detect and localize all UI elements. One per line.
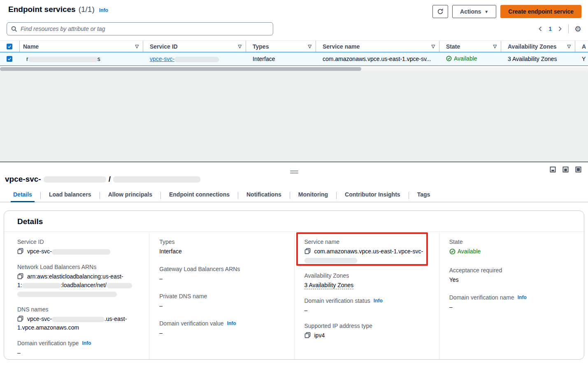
- state-value: Available: [449, 247, 574, 257]
- details-container: Details Service ID vpce-svc- Network Loa…: [4, 211, 584, 360]
- panel-maximize-icon[interactable]: [575, 166, 581, 173]
- endpoint-services-card: Endpoint services (1/1) Info Actions ▼ C…: [0, 0, 588, 69]
- table-header-row: Name ▽ Service ID ▽ Types ▽ Service name…: [0, 40, 588, 52]
- tab-endpoint-connections[interactable]: Endpoint connections: [161, 189, 238, 202]
- cell-state: Available: [439, 55, 501, 63]
- field-label: Domain verification statusInfo: [304, 297, 429, 304]
- caret-down-icon: ▼: [484, 9, 488, 14]
- domain-verification-type-value: –: [17, 349, 139, 357]
- pagination-next-button[interactable]: [558, 26, 562, 32]
- field-label: Service ID: [17, 239, 139, 245]
- column-header-service-name[interactable]: Service name ▽: [316, 41, 439, 52]
- column-header-acceptance[interactable]: A: [575, 41, 588, 52]
- service-id-value: vpce-svc-: [17, 247, 139, 256]
- field-label: Availability Zones: [304, 272, 429, 279]
- create-endpoint-service-button[interactable]: Create endpoint service: [500, 5, 581, 18]
- panel-resize-handle[interactable]: [288, 169, 300, 175]
- info-link[interactable]: Info: [99, 7, 108, 13]
- copy-icon[interactable]: [304, 332, 311, 338]
- field-label: Types: [159, 239, 284, 245]
- availability-zones-popover-trigger[interactable]: 3 Availability Zones: [508, 56, 557, 62]
- copy-icon[interactable]: [17, 316, 23, 322]
- settings-gear-button[interactable]: ⚙: [574, 25, 581, 33]
- field-label: Network Load Balancers ARNs: [17, 264, 139, 270]
- endpoint-services-table: Name ▽ Service ID ▽ Types ▽ Service name…: [0, 40, 588, 71]
- field-label: Domain verification nameInfo: [449, 294, 574, 301]
- panel-position-side-icon[interactable]: [562, 166, 569, 173]
- horizontal-scrollbar[interactable]: [0, 67, 588, 71]
- dns-names-value: vpce-svc-.us-east- 1.vpce.amazonaws.com: [17, 315, 139, 332]
- copy-icon[interactable]: [17, 248, 23, 254]
- field-label: Domain verification valueInfo: [159, 320, 284, 327]
- table-row[interactable]: rs vpce-svc- Interface com.amazonaws.vpc…: [0, 52, 588, 66]
- info-link[interactable]: Info: [374, 298, 383, 304]
- details-heading: Details: [4, 211, 584, 232]
- field-label: Gateway Load Balancers ARNs: [159, 266, 284, 272]
- refresh-button[interactable]: [432, 5, 448, 18]
- tab-allow-principals[interactable]: Allow principals: [100, 189, 160, 202]
- sort-icon[interactable]: ▽: [308, 44, 311, 49]
- column-header-state[interactable]: State ▽: [439, 41, 501, 52]
- card-header: Endpoint services (1/1) Info Actions ▼ C…: [0, 0, 588, 18]
- copy-icon[interactable]: [17, 273, 23, 279]
- service-name-value: com.amazonaws.vpce.us-east-1.vpce-svc-: [304, 247, 429, 264]
- page-background: [0, 69, 588, 161]
- status-available-icon: [446, 56, 452, 61]
- redacted-text: [44, 176, 106, 182]
- info-link[interactable]: Info: [82, 340, 91, 346]
- info-link[interactable]: Info: [227, 321, 236, 326]
- cell-service-name: com.amazonaws.vpce.us-east-1.vpce-sv...: [316, 56, 439, 62]
- scrollbar-thumb[interactable]: [0, 67, 361, 71]
- actions-button[interactable]: Actions ▼: [452, 5, 496, 18]
- sort-icon[interactable]: ▽: [493, 44, 497, 49]
- page-title: Endpoint services: [8, 5, 76, 14]
- search-field: [7, 22, 273, 35]
- glb-arns-value: –: [159, 274, 284, 283]
- redacted-text: [174, 57, 219, 62]
- acceptance-required-value: Yes: [449, 276, 574, 284]
- actions-label: Actions: [460, 8, 481, 15]
- tab-notifications[interactable]: Notifications: [238, 189, 290, 202]
- tab-load-balancers[interactable]: Load balancers: [41, 189, 100, 202]
- column-header-name[interactable]: Name ▽: [20, 41, 143, 52]
- panel-position-bottom-icon[interactable]: [550, 166, 556, 173]
- pagination: 1 ⚙: [538, 24, 581, 33]
- pagination-current-page[interactable]: 1: [548, 26, 552, 32]
- sort-icon[interactable]: ▽: [567, 44, 571, 49]
- sort-icon[interactable]: ▽: [238, 44, 242, 49]
- cell-name: rs: [20, 56, 143, 62]
- cell-types: Interface: [246, 56, 316, 62]
- tab-tags[interactable]: Tags: [409, 189, 439, 202]
- details-column-1: Service ID vpce-svc- Network Load Balanc…: [4, 232, 149, 360]
- availability-zones-popover-trigger[interactable]: 3 Availability Zones: [304, 282, 354, 289]
- search-input[interactable]: [21, 26, 269, 32]
- redacted-text: [28, 57, 98, 62]
- copy-icon[interactable]: [304, 248, 311, 254]
- service-id-link[interactable]: vpce-svc-: [150, 56, 219, 62]
- types-value: Interface: [159, 247, 284, 256]
- tab-monitoring[interactable]: Monitoring: [290, 189, 336, 202]
- details-column-2: Types Interface Gateway Load Balancers A…: [149, 232, 294, 360]
- redacted-text: [52, 249, 110, 255]
- tab-details[interactable]: Details: [5, 189, 40, 202]
- private-dns-name-value: –: [159, 302, 284, 310]
- info-link[interactable]: Info: [518, 295, 527, 300]
- tab-contributor-insights[interactable]: Contributor Insights: [337, 189, 409, 202]
- nlb-arn-value: arn:aws:elasticloadbalancing:us-east- 1:…: [17, 272, 139, 298]
- divider: [568, 24, 569, 33]
- redacted-text: [52, 317, 105, 322]
- select-all-checkbox[interactable]: [7, 44, 12, 49]
- column-header-types[interactable]: Types ▽: [246, 41, 316, 52]
- sort-icon[interactable]: ▽: [135, 44, 139, 49]
- redacted-text: [17, 292, 117, 297]
- pagination-prev-button[interactable]: [538, 26, 543, 32]
- domain-verification-name-value: –: [449, 303, 574, 311]
- redacted-text: [107, 283, 132, 288]
- sort-icon[interactable]: ▽: [432, 44, 435, 49]
- column-header-availability-zones[interactable]: Availability Zones ▽: [501, 41, 575, 52]
- row-checkbox[interactable]: [7, 56, 12, 62]
- column-header-service-id[interactable]: Service ID ▽: [143, 41, 246, 52]
- redacted-text: [304, 258, 357, 263]
- domain-verification-status-value: –: [304, 306, 429, 315]
- details-column-3: Service name com.amazonaws.vpce.us-east-…: [294, 232, 439, 360]
